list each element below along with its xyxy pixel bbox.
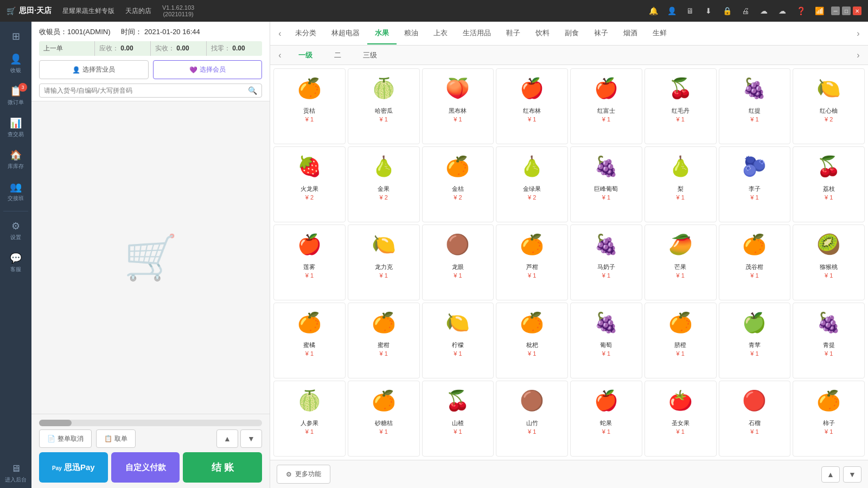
minimize-button[interactable]: ─ bbox=[831, 7, 840, 15]
nav-cashier[interactable]: 👤 收银 bbox=[0, 49, 31, 79]
product-card[interactable]: 🍎 蛇果 ¥ 1 bbox=[570, 381, 642, 457]
nav-inventory[interactable]: 🏠 库库存 bbox=[0, 145, 31, 175]
nav-transactions[interactable]: 📊 查交易 bbox=[0, 113, 31, 143]
product-card[interactable]: 🍊 贡桔 ¥ 1 bbox=[273, 68, 346, 144]
product-card[interactable]: 🍎 红富士 ¥ 1 bbox=[570, 68, 642, 144]
grid-scroll-down[interactable]: ▼ bbox=[843, 466, 861, 483]
sub-cat-tab-3[interactable]: 三级 bbox=[352, 47, 388, 63]
grid-scroll-up[interactable]: ▲ bbox=[821, 466, 840, 483]
search-icon[interactable]: 🔍 bbox=[248, 86, 257, 95]
cloud2-icon[interactable]: ☁ bbox=[776, 4, 789, 17]
nav-shift[interactable]: 👥 交接班 bbox=[0, 177, 31, 207]
cat-tab-shoes[interactable]: 鞋子 bbox=[499, 23, 528, 44]
arrow-down-button[interactable]: ▼ bbox=[240, 429, 262, 448]
product-card[interactable]: 🥭 芒果 ¥ 1 bbox=[644, 224, 717, 300]
cat-tab-socks[interactable]: 袜子 bbox=[586, 23, 616, 44]
product-card[interactable]: 🍇 青提 ¥ 1 bbox=[793, 303, 865, 378]
product-card[interactable]: 🍊 芦柑 ¥ 1 bbox=[496, 224, 568, 300]
cat-tab-daily[interactable]: 生活用品 bbox=[455, 23, 499, 44]
product-card[interactable]: 🍎 莲雾 ¥ 1 bbox=[273, 224, 346, 300]
sub-tab-next[interactable]: › bbox=[851, 43, 866, 67]
product-card[interactable]: 🍇 马奶子 ¥ 1 bbox=[570, 224, 642, 300]
checkout-button[interactable]: 结 账 bbox=[183, 452, 262, 483]
monitor-icon[interactable]: 🖥 bbox=[684, 4, 697, 17]
cat-tab-unclassified[interactable]: 未分类 bbox=[288, 23, 324, 44]
product-card[interactable]: 🍒 荔枝 ¥ 1 bbox=[793, 146, 865, 222]
user-icon[interactable]: 👤 bbox=[665, 4, 678, 17]
cat-tab-grain[interactable]: 粮油 bbox=[397, 23, 426, 44]
cloud-icon[interactable]: ☁ bbox=[757, 4, 770, 17]
product-card[interactable]: 🍅 圣女果 ¥ 1 bbox=[644, 381, 717, 457]
nav-micro-order[interactable]: 📋 微订单 3 bbox=[0, 81, 31, 111]
custom-pay-button[interactable]: 自定义付款 bbox=[111, 452, 180, 483]
select-member-button[interactable]: 💜 选择会员 bbox=[153, 60, 263, 79]
lock-icon[interactable]: 🔒 bbox=[720, 4, 733, 17]
product-image: 🍊 bbox=[810, 384, 848, 417]
product-card[interactable]: 🍒 红毛丹 ¥ 1 bbox=[644, 68, 717, 144]
product-card[interactable]: 🍋 红心柚 ¥ 2 bbox=[793, 68, 865, 144]
product-card[interactable]: 🍊 茂谷柑 ¥ 1 bbox=[719, 224, 791, 300]
signal-icon[interactable]: 📶 bbox=[813, 4, 826, 17]
cart-icon: 🛒 bbox=[124, 232, 178, 283]
cat-tab-drinks[interactable]: 饮料 bbox=[528, 23, 557, 44]
product-card[interactable]: 🟤 龙眼 ¥ 1 bbox=[422, 224, 494, 300]
cat-tab-tobacco[interactable]: 烟酒 bbox=[616, 23, 645, 44]
sub-tab-prev[interactable]: ‹ bbox=[272, 43, 288, 67]
product-card[interactable]: 🍐 金绿果 ¥ 2 bbox=[496, 146, 568, 222]
nav-apps[interactable]: ⊞ bbox=[0, 26, 31, 47]
maximize-button[interactable]: □ bbox=[842, 7, 851, 15]
cancel-order-button[interactable]: 📄 整单取消 bbox=[39, 429, 92, 448]
product-card[interactable]: 🫐 李子 ¥ 1 bbox=[719, 146, 791, 222]
sixun-pay-button[interactable]: Pay 思迅Pay bbox=[39, 452, 108, 483]
product-card[interactable]: 🍏 青苹 ¥ 1 bbox=[719, 303, 791, 378]
product-card[interactable]: 🍋 龙力克 ¥ 1 bbox=[348, 224, 420, 300]
nav-backend[interactable]: 🖥 进入后台 bbox=[0, 459, 31, 488]
product-card[interactable]: 🍑 黑布林 ¥ 1 bbox=[422, 68, 494, 144]
product-card[interactable]: 🍇 红提 ¥ 1 bbox=[719, 68, 791, 144]
product-card[interactable]: 🍈 哈密瓜 ¥ 1 bbox=[348, 68, 420, 144]
product-card[interactable]: 🍊 蜜柑 ¥ 1 bbox=[348, 303, 420, 378]
nav-settings[interactable]: ⚙ 设置 bbox=[0, 216, 31, 246]
prev-order[interactable]: 上一单 bbox=[39, 41, 95, 56]
product-card[interactable]: 🥝 猕猴桃 ¥ 1 bbox=[793, 224, 865, 300]
arrow-up-button[interactable]: ▲ bbox=[216, 429, 238, 448]
cat-tab-fresh[interactable]: 生鲜 bbox=[645, 23, 674, 44]
cat-tab-tops[interactable]: 上衣 bbox=[426, 23, 455, 44]
cat-tab-snacks[interactable]: 副食 bbox=[557, 23, 586, 44]
product-card[interactable]: 🍒 山楂 ¥ 1 bbox=[422, 381, 494, 457]
sub-cat-tab-1[interactable]: 一级 bbox=[288, 47, 323, 63]
product-card[interactable]: 🍊 砂糖桔 ¥ 1 bbox=[348, 381, 420, 457]
select-staff-button[interactable]: 👤 选择营业员 bbox=[39, 60, 149, 79]
product-card[interactable]: 🍐 金果 ¥ 2 bbox=[348, 146, 420, 222]
sub-cat-tab-2[interactable]: 二 bbox=[323, 47, 352, 63]
search-input[interactable] bbox=[44, 87, 248, 94]
scroll-bar[interactable] bbox=[39, 420, 262, 426]
help-icon[interactable]: ❓ bbox=[794, 4, 807, 17]
cat-tab-electronics[interactable]: 林超电器 bbox=[324, 23, 367, 44]
product-card[interactable]: 🍋 柠檬 ¥ 1 bbox=[422, 303, 494, 378]
product-card[interactable]: 🍊 金桔 ¥ 2 bbox=[422, 146, 494, 222]
product-card[interactable]: 🍇 巨峰葡萄 ¥ 1 bbox=[570, 146, 642, 222]
cat-tab-fruit[interactable]: 水果 bbox=[367, 23, 397, 44]
product-card[interactable]: 🍓 火龙果 ¥ 2 bbox=[273, 146, 346, 222]
cat-tab-next[interactable]: › bbox=[851, 22, 866, 46]
product-card[interactable]: 🍊 蜜橘 ¥ 1 bbox=[273, 303, 346, 378]
print-icon[interactable]: 🖨 bbox=[739, 4, 752, 17]
product-card[interactable]: 🍐 梨 ¥ 1 bbox=[644, 146, 717, 222]
download-icon[interactable]: ⬇ bbox=[702, 4, 715, 17]
product-card[interactable]: 🍊 脐橙 ¥ 1 bbox=[644, 303, 717, 378]
notification-icon[interactable]: 🔔 bbox=[647, 4, 660, 17]
product-card[interactable]: 🍇 葡萄 ¥ 1 bbox=[570, 303, 642, 378]
cat-tab-prev[interactable]: ‹ bbox=[272, 22, 288, 46]
product-card[interactable]: 🟤 山竹 ¥ 1 bbox=[496, 381, 568, 457]
product-name: 哈密瓜 bbox=[375, 107, 393, 115]
product-card[interactable]: 🔴 石榴 ¥ 1 bbox=[719, 381, 791, 457]
product-card[interactable]: 🍈 人参果 ¥ 1 bbox=[273, 381, 346, 457]
more-func-button[interactable]: ⚙ 更多功能 bbox=[277, 465, 330, 484]
cancel-item-button[interactable]: 📋 取单 bbox=[96, 429, 136, 448]
product-card[interactable]: 🍊 柿子 ¥ 1 bbox=[793, 381, 865, 457]
nav-support[interactable]: 💬 客服 bbox=[0, 248, 31, 278]
product-card[interactable]: 🍊 枇杷 ¥ 1 bbox=[496, 303, 568, 378]
product-card[interactable]: 🍎 红布林 ¥ 1 bbox=[496, 68, 568, 144]
close-button[interactable]: ✕ bbox=[853, 7, 861, 15]
